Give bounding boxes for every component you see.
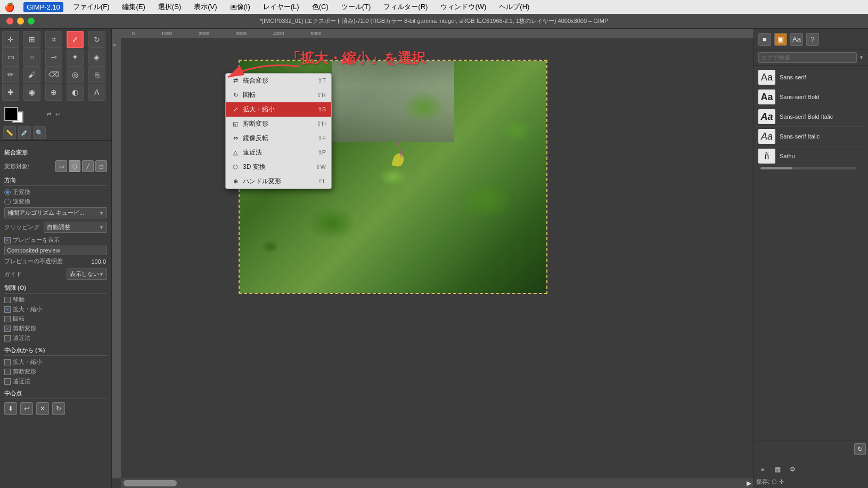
tool-clone[interactable]: ⎘ — [88, 66, 105, 83]
apple-icon[interactable]: 🍎 — [4, 2, 15, 12]
tool-convolve[interactable]: ◉ — [23, 84, 40, 101]
direction-backward[interactable]: 逆変換 — [4, 198, 107, 206]
interpolation-dropdown[interactable]: 補間アルゴリズム キュービ... ▼ — [4, 207, 107, 218]
cb-cf-scale[interactable] — [4, 359, 11, 365]
tool-heal[interactable]: ✚ — [2, 84, 19, 101]
maximize-button[interactable] — [28, 18, 35, 25]
canvas-content[interactable]: ⇄ 統合変形 ⇧T ↻ 回転 ⇧R ⤢ 拡大・縮小 ⇧S ◱ 剪断変形 — [121, 38, 754, 478]
fonts-refresh-btn[interactable]: ↻ — [854, 443, 866, 455]
constraint-perspective[interactable]: 遠近法 — [4, 334, 107, 342]
toolbox-delete-btn[interactable]: ✕ — [36, 402, 49, 415]
ctx-perspective[interactable]: △ 遠近法 ⇧P — [226, 145, 331, 160]
menu-tool[interactable]: ツール(T) — [338, 1, 374, 13]
tool-fuzzy-select[interactable]: ✦ — [67, 48, 84, 66]
menu-image[interactable]: 画像(I) — [227, 1, 253, 13]
tool-paintbrush[interactable]: 🖌 — [23, 66, 40, 83]
cb-scale[interactable]: ✕ — [4, 306, 11, 313]
menu-view[interactable]: 表示(V) — [191, 1, 220, 13]
tool-text[interactable]: A — [88, 84, 105, 101]
menu-layer[interactable]: レイヤー(L) — [260, 1, 302, 13]
paths-panel-icon[interactable]: ⚙ — [786, 463, 799, 476]
guide-dropdown[interactable]: 表示しない ▼ — [67, 269, 107, 280]
cf-scale[interactable]: 拡大・縮小 — [4, 358, 107, 366]
transform-path-btn[interactable]: ╱ — [82, 160, 94, 172]
tool-scale[interactable]: ⤢ — [67, 31, 84, 48]
font-item-sathu[interactable]: ñ Sathu — [756, 147, 866, 166]
font-item-sans-serif-bold-italic[interactable]: Aa Sans-serif Bold Italic — [756, 107, 866, 127]
menu-edit[interactable]: 編集(E) — [119, 1, 148, 13]
swap-colors-icon[interactable]: ⇄ — [47, 111, 51, 117]
tool-select-by-color[interactable]: ◈ — [88, 48, 105, 66]
font-search-input[interactable] — [758, 52, 857, 63]
close-button[interactable] — [6, 18, 13, 25]
ctx-rotate[interactable]: ↻ 回転 ⇧R — [226, 88, 331, 102]
tool-free-select[interactable]: ⊸ — [45, 48, 62, 66]
tool-select-rect[interactable]: ▭ — [2, 48, 19, 66]
ctx-scale[interactable]: ⤢ 拡大・縮小 ⇧S — [226, 102, 331, 117]
tool-crop[interactable]: ⌗ — [45, 31, 62, 48]
preview-checkbox[interactable]: ✕ — [4, 237, 11, 243]
scroll-thumb-horizontal[interactable] — [124, 480, 177, 486]
font-list-scrollbar[interactable] — [760, 167, 856, 169]
horizontal-scrollbar[interactable]: ▶ — [121, 478, 754, 488]
cf-shear[interactable]: 剪断変形 — [4, 368, 107, 376]
channels-panel-icon[interactable]: ▦ — [771, 463, 784, 476]
tool-smudge[interactable]: ⊕ — [45, 84, 62, 101]
ctx-flip[interactable]: ⇔ 鏡像反転 ⇧F — [226, 131, 331, 145]
tool-eraser[interactable]: ⌫ — [45, 66, 62, 83]
layers-panel-icon[interactable]: ≡ — [756, 463, 769, 476]
toolbox-export-btn[interactable]: ⬇ — [4, 402, 17, 415]
cb-cf-perspective[interactable] — [4, 378, 11, 385]
toolbox-undo-btn[interactable]: ↩ — [20, 402, 33, 415]
foreground-color[interactable] — [4, 107, 18, 121]
scroll-right-icon[interactable]: ▶ — [747, 479, 754, 487]
font-list-scroll-thumb[interactable] — [760, 167, 792, 169]
menu-select[interactable]: 選択(S) — [155, 1, 184, 13]
constraint-move[interactable]: 移動 — [4, 296, 107, 304]
direction-forward[interactable]: 正変換 — [4, 188, 107, 196]
tool-pencil[interactable]: ✏ — [2, 66, 19, 83]
tool-measure[interactable]: 📏 — [3, 126, 16, 139]
reset-colors-icon[interactable]: ↩ — [55, 111, 60, 117]
constraint-scale[interactable]: ✕ 拡大・縮小 — [4, 305, 107, 313]
right-panel-help-icon[interactable]: ? — [806, 33, 819, 46]
menu-gimp[interactable]: GIMP-2.10 — [23, 2, 63, 12]
menu-window[interactable]: ウィンドウ(W) — [437, 1, 489, 13]
minimize-button[interactable] — [17, 18, 24, 25]
preview-row[interactable]: ✕ プレビューを表示 — [4, 236, 107, 244]
menu-help[interactable]: ヘルプ(H) — [496, 1, 533, 13]
cb-rotate[interactable] — [4, 316, 11, 322]
tool-dodge-burn[interactable]: ◐ — [67, 84, 84, 101]
ctx-handle-transform[interactable]: ⊕ ハンドル変形 ⇧L — [226, 174, 331, 189]
cb-cf-shear[interactable] — [4, 369, 11, 375]
tool-select-ellipse[interactable]: ○ — [23, 48, 40, 66]
tool-airbrush[interactable]: ◎ — [67, 66, 84, 83]
transform-image-btn[interactable]: ◻ — [95, 160, 107, 172]
right-panel-gradient-icon[interactable]: ▣ — [774, 33, 787, 46]
cf-perspective[interactable]: 遠近法 — [4, 377, 107, 385]
radio-forward[interactable] — [4, 189, 11, 196]
font-item-sans-serif[interactable]: Aa Sans-serif — [756, 68, 866, 87]
font-item-sans-serif-bold[interactable]: Aa Sans-serif Bold — [756, 87, 866, 107]
cb-shear[interactable]: ✕ — [4, 326, 11, 332]
radio-backward[interactable] — [4, 199, 11, 205]
right-panel-font-icon[interactable]: Aa — [790, 33, 803, 46]
menu-file[interactable]: ファイル(F) — [70, 1, 113, 13]
constraint-shear[interactable]: ✕ 剪断変形 — [4, 324, 107, 332]
font-search-arrow[interactable]: ▼ — [859, 55, 864, 60]
font-item-sans-serif-italic[interactable]: Aa Sans-serif Italic — [756, 127, 866, 147]
cb-move[interactable] — [4, 297, 11, 303]
tool-zoom[interactable]: 🔍 — [33, 126, 46, 139]
tool-colorpicker[interactable]: 💉 — [18, 126, 31, 139]
toolbox-refresh-btn[interactable]: ↻ — [52, 402, 65, 415]
save-overwrite-icon[interactable]: ⬡ — [772, 478, 777, 485]
save-export-icon[interactable]: ✛ — [779, 478, 784, 485]
tool-align[interactable]: ⊞ — [23, 31, 40, 48]
transform-selection-btn[interactable]: ⬡ — [69, 160, 80, 172]
constraint-rotate[interactable]: 回転 — [4, 315, 107, 323]
clipping-dropdown[interactable]: 自動調整 ▼ — [44, 222, 107, 233]
tool-move[interactable]: ✛ — [2, 31, 19, 48]
ctx-3d-transform[interactable]: ⬡ 3D 変換 ⇧W — [226, 160, 331, 174]
ctx-shear[interactable]: ◱ 剪断変形 ⇧H — [226, 117, 331, 131]
cb-perspective[interactable] — [4, 335, 11, 341]
